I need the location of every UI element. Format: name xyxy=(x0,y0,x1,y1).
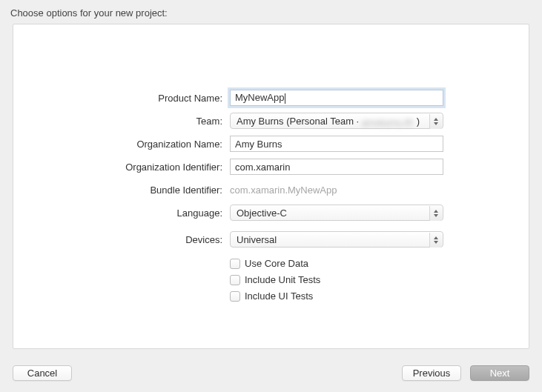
team-row: Team: Amy Burns (Personal Team · amyburn… xyxy=(13,113,529,129)
footer-bar: Cancel Previous Next xyxy=(0,353,542,392)
devices-value: Universal xyxy=(237,234,277,245)
stepper-icon xyxy=(429,233,442,248)
bundle-id-row: Bundle Identifier: com.xamarin.MyNewApp xyxy=(13,182,529,198)
org-name-label: Organization Name: xyxy=(13,139,230,150)
project-options-form: Product Name: MyNewApp Team: Amy Burns (… xyxy=(13,90,529,307)
product-name-row: Product Name: MyNewApp xyxy=(13,90,529,106)
cancel-button[interactable]: Cancel xyxy=(13,365,72,381)
include-unit-checkbox[interactable] xyxy=(230,275,240,285)
org-id-label: Organization Identifier: xyxy=(13,162,230,173)
language-value: Objective-C xyxy=(237,207,287,219)
page-heading: Choose options for your new project: xyxy=(0,0,542,23)
devices-row: Devices: Universal xyxy=(13,231,529,248)
product-name-input[interactable]: MyNewApp xyxy=(230,90,443,106)
use-core-data-row: . Use Core Data xyxy=(13,258,529,269)
text-caret-icon xyxy=(285,93,285,104)
bundle-id-value: com.xamarin.MyNewApp xyxy=(230,182,443,198)
devices-select[interactable]: Universal xyxy=(230,231,443,248)
include-ui-row: . Include UI Tests xyxy=(13,290,529,302)
use-core-data-checkbox[interactable] xyxy=(230,259,240,269)
include-ui-label: Include UI Tests xyxy=(245,290,313,302)
include-unit-label: Include Unit Tests xyxy=(245,274,320,285)
org-id-row: Organization Identifier: xyxy=(13,159,529,175)
product-name-label: Product Name: xyxy=(13,93,230,104)
language-row: Language: Objective-C xyxy=(13,205,529,221)
previous-button[interactable]: Previous xyxy=(402,365,461,381)
product-name-value: MyNewApp xyxy=(235,92,284,103)
org-name-row: Organization Name: xyxy=(13,136,529,152)
language-select[interactable]: Objective-C xyxy=(230,205,443,221)
team-value: Amy Burns (Personal Team · amyburns.@) xyxy=(237,116,420,127)
team-label: Team: xyxy=(13,116,230,127)
team-select[interactable]: Amy Burns (Personal Team · amyburns.@) xyxy=(230,113,443,129)
include-ui-checkbox[interactable] xyxy=(230,291,240,302)
stepper-icon xyxy=(429,114,442,129)
devices-label: Devices: xyxy=(13,234,230,245)
stepper-icon xyxy=(429,206,442,221)
org-name-input[interactable] xyxy=(230,136,443,152)
org-id-input[interactable] xyxy=(230,159,443,175)
bundle-id-label: Bundle Identifier: xyxy=(13,185,230,196)
next-button[interactable]: Next xyxy=(470,365,529,381)
use-core-data-label: Use Core Data xyxy=(245,258,308,269)
options-panel: Product Name: MyNewApp Team: Amy Burns (… xyxy=(13,24,529,349)
include-unit-row: . Include Unit Tests xyxy=(13,274,529,285)
language-label: Language: xyxy=(13,207,230,219)
